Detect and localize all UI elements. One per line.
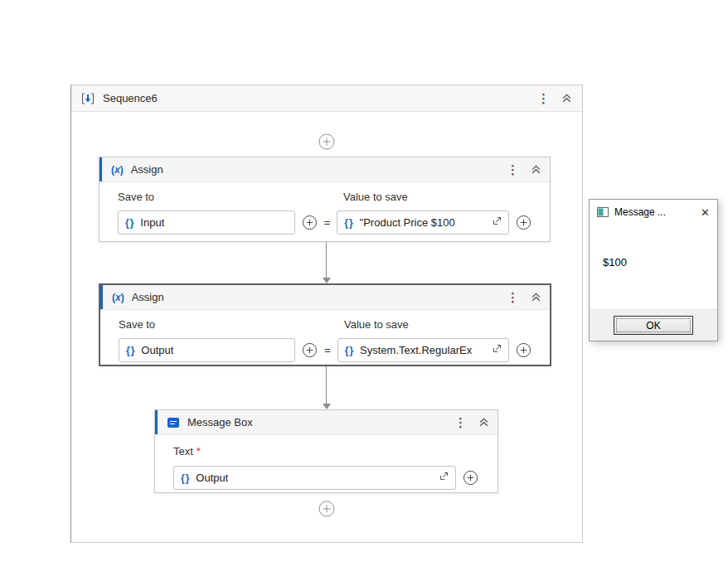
message-dialog: Message ... ✕ $100 OK [589,199,718,341]
value-to-save-value: "Product Price $100 [360,216,455,229]
dialog-title-bar[interactable]: Message ... ✕ [590,200,717,225]
assign-icon: (x) [111,164,124,176]
value-to-save-value: System.Text.RegularEx [360,344,472,356]
save-to-label: Save to [118,191,343,203]
collapse-chevron-icon[interactable] [561,93,572,104]
save-to-field[interactable]: {} Output [119,338,295,362]
message-box-activity[interactable]: Message Box ⋮ Text* {} Outp [154,409,498,493]
dialog-message-text: $100 [603,256,627,269]
collapse-chevron-icon[interactable] [531,292,541,302]
text-field[interactable]: {} Output [173,466,456,490]
assign-icon: (x) [112,292,124,303]
close-icon[interactable]: ✕ [701,206,710,219]
message-box-icon [167,417,180,428]
expand-editor-icon[interactable] [439,472,449,484]
plus-circle-icon[interactable] [516,215,531,230]
menu-dots-icon[interactable]: ⋮ [507,163,519,176]
message-box-header[interactable]: Message Box ⋮ [155,410,497,435]
text-value: Output [196,472,228,484]
plus-circle-icon[interactable] [463,470,478,486]
menu-dots-icon[interactable]: ⋮ [454,416,467,428]
required-marker: * [197,445,201,457]
message-box-title: Message Box [187,416,253,428]
collapse-chevron-icon[interactable] [531,164,541,175]
value-to-save-field[interactable]: {} System.Text.RegularEx [337,338,509,362]
save-to-value: Input [140,216,164,229]
dialog-app-icon [597,207,609,217]
sequence-header[interactable]: Sequence6 ⋮ [71,85,582,112]
collapse-chevron-icon[interactable] [478,417,489,428]
connector-arrow [322,242,332,283]
braces-icon: {} [125,217,134,229]
sequence-icon [81,92,95,105]
designer-canvas: Sequence6 ⋮ (x) Assign ⋮ [0,0,728,571]
save-to-field[interactable]: {} Input [118,210,295,235]
assign2-title: Assign [132,291,164,303]
assign1-title: Assign [131,163,163,176]
assign2-header[interactable]: (x) Assign ⋮ [100,285,550,310]
braces-icon: {} [345,345,354,356]
assign-activity-1[interactable]: (x) Assign ⋮ Save to Value to save {} [99,157,551,242]
plus-circle-icon[interactable] [302,342,318,358]
dialog-button-strip: OK [590,309,717,341]
assign-activity-2[interactable]: (x) Assign ⋮ Save to Value to save {} [99,283,551,366]
expand-editor-icon[interactable] [492,344,502,356]
braces-icon: {} [344,217,353,229]
connector-arrow [322,366,332,409]
plus-circle-icon[interactable] [302,215,318,230]
menu-dots-icon[interactable]: ⋮ [507,291,519,303]
expand-editor-icon[interactable] [492,216,502,229]
braces-icon: {} [181,472,190,484]
ok-button[interactable]: OK [614,316,693,335]
sequence-title: Sequence6 [103,92,158,104]
value-to-save-label: Value to save [343,191,408,203]
dialog-title: Message ... [614,206,666,218]
add-activity-button-top[interactable] [318,133,335,150]
plus-circle-icon[interactable] [516,342,531,358]
braces-icon: {} [126,345,135,356]
equals-sign: = [324,216,331,229]
save-to-value: Output [141,344,173,356]
equals-sign: = [324,344,331,356]
add-activity-button-bottom[interactable] [318,501,335,517]
sequence-activity[interactable]: Sequence6 ⋮ (x) Assign ⋮ [70,85,583,543]
value-to-save-label: Value to save [344,318,409,331]
save-to-label: Save to [119,318,344,331]
text-label: Text* [173,445,201,457]
value-to-save-field[interactable]: {} "Product Price $100 [337,210,509,235]
assign1-header[interactable]: (x) Assign ⋮ [99,157,550,182]
menu-dots-icon[interactable]: ⋮ [537,92,550,104]
